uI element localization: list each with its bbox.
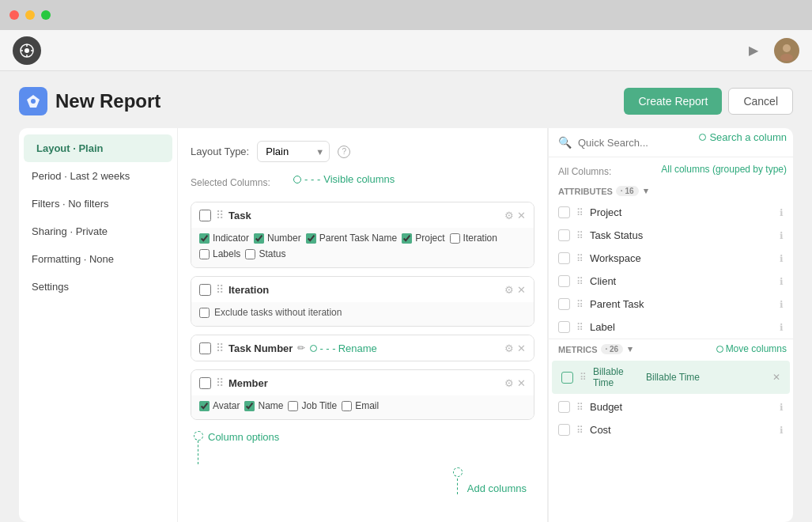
task-option-project[interactable]: Project	[402, 233, 444, 244]
member-option-avatar[interactable]: Avatar	[199, 400, 240, 411]
traffic-light-green[interactable]	[41, 10, 51, 20]
member-settings-icon[interactable]: ⚙	[504, 377, 514, 389]
workspace-info-icon[interactable]: ℹ	[780, 253, 784, 264]
billable-time-close-icon[interactable]: ✕	[772, 372, 780, 383]
member-drag-handle[interactable]: ⠿	[216, 376, 224, 389]
budget-info-icon[interactable]: ℹ	[780, 402, 784, 413]
task-number-card-header: ⠿ Task Number ✏ - - - Rename ⚙ ✕	[191, 335, 534, 361]
cost-info-icon[interactable]: ℹ	[780, 425, 784, 436]
traffic-light-red[interactable]	[9, 10, 19, 20]
right-panel-scroll[interactable]: ATTRIBUTES · 16 ▾ ⠿ Project ℹ ⠿ Task Sta…	[549, 181, 793, 522]
col-options-circle	[194, 431, 203, 441]
right-col-billable-time[interactable]: ⠿ Billable Time ✕	[552, 361, 790, 394]
label-info-icon[interactable]: ℹ	[780, 322, 784, 333]
task-status-drag-icon: ⠿	[576, 230, 584, 241]
billable-time-input[interactable]	[644, 370, 766, 384]
member-option-email[interactable]: Email	[342, 400, 379, 411]
right-col-parent-task[interactable]: ⠿ Parent Task ℹ	[549, 293, 793, 316]
workspace-checkbox[interactable]	[558, 252, 570, 264]
budget-checkbox[interactable]	[558, 401, 570, 413]
visible-cols-annotation: - - - Visible columns	[293, 173, 395, 185]
task-option-indicator[interactable]: Indicator	[199, 233, 249, 244]
play-button[interactable]: ▶	[742, 40, 765, 62]
task-number-drag-handle[interactable]: ⠿	[216, 342, 224, 354]
task-option-iteration[interactable]: Iteration	[450, 233, 497, 244]
right-col-project[interactable]: ⠿ Project ℹ	[549, 201, 793, 224]
task-number-rename-row: Task Number ✏ - - - Rename	[228, 342, 377, 354]
page-title-row: New Report	[19, 87, 161, 115]
task-settings-icon[interactable]: ⚙	[504, 210, 514, 221]
right-col-cost[interactable]: ⠿ Cost ℹ	[549, 418, 793, 441]
member-option-job-title[interactable]: Job Title	[288, 400, 337, 411]
right-col-label[interactable]: ⠿ Label ℹ	[549, 316, 793, 339]
member-option-name[interactable]: Name	[244, 400, 283, 411]
title-bar	[0, 0, 812, 30]
search-input[interactable]	[578, 137, 784, 149]
project-info-icon[interactable]: ℹ	[780, 207, 784, 218]
task-option-status[interactable]: Status	[245, 248, 285, 259]
all-cols-header: All Columns: All columns (grouped by typ…	[549, 157, 793, 181]
task-card-header: ⠿ Task ⚙ ✕	[191, 202, 534, 228]
layout-type-label: Layout Type:	[191, 146, 249, 157]
iteration-close-icon[interactable]: ✕	[517, 284, 526, 296]
create-report-button[interactable]: Create Report	[624, 88, 722, 115]
metrics-group-header[interactable]: METRICS · 26 ▾	[549, 339, 793, 359]
iteration-card-checkbox[interactable]	[199, 284, 211, 296]
label-drag-icon: ⠿	[576, 322, 584, 333]
sidebar-item-settings[interactable]: Settings	[19, 273, 177, 301]
traffic-light-yellow[interactable]	[25, 10, 35, 20]
right-col-budget[interactable]: ⠿ Budget ℹ	[549, 395, 793, 418]
task-option-number[interactable]: Number	[254, 233, 301, 244]
sidebar-item-sharing[interactable]: Sharing · Private	[19, 218, 177, 245]
project-checkbox[interactable]	[558, 206, 570, 218]
cost-checkbox[interactable]	[558, 424, 570, 436]
parent-task-info-icon[interactable]: ℹ	[780, 299, 784, 310]
task-card-checkbox[interactable]	[199, 210, 211, 221]
task-number-close-icon[interactable]: ✕	[517, 342, 526, 354]
task-option-parent-task-name[interactable]: Parent Task Name	[306, 233, 398, 244]
task-status-checkbox[interactable]	[558, 229, 570, 241]
task-status-info-icon[interactable]: ℹ	[780, 230, 784, 241]
layout-info-icon[interactable]: ?	[338, 146, 350, 158]
client-info-icon[interactable]: ℹ	[780, 276, 784, 287]
rename-icon[interactable]: ✏	[297, 342, 305, 354]
attributes-label: ATTRIBUTES	[558, 187, 613, 196]
task-drag-handle[interactable]: ⠿	[216, 209, 224, 221]
right-col-workspace[interactable]: ⠿ Workspace ℹ	[549, 247, 793, 270]
label-checkbox[interactable]	[558, 321, 570, 333]
client-checkbox[interactable]	[558, 275, 570, 287]
layout-type-select[interactable]: Plain Summary Detailed	[257, 141, 330, 162]
sidebar-item-period[interactable]: Period · Last 2 weeks	[19, 162, 177, 190]
sidebar-item-layout[interactable]: Layout · Plain	[24, 134, 172, 162]
right-col-client[interactable]: ⠿ Client ℹ	[549, 270, 793, 293]
task-option-labels[interactable]: Labels	[199, 248, 240, 259]
member-card: ⠿ Member ⚙ ✕ Avatar Name Job Tit	[191, 369, 534, 420]
add-cols-annotation: Add columns	[467, 482, 527, 494]
svg-point-6	[783, 44, 791, 52]
rename-annotation: - - - Rename	[310, 342, 376, 354]
task-close-icon[interactable]: ✕	[517, 210, 526, 221]
billable-time-checkbox[interactable]	[561, 372, 573, 384]
iteration-drag-handle[interactable]: ⠿	[216, 283, 224, 296]
parent-task-checkbox[interactable]	[558, 298, 570, 310]
sidebar-item-filters[interactable]: Filters · No filters	[19, 190, 177, 218]
sidebar-item-formatting[interactable]: Formatting · None	[19, 245, 177, 273]
member-close-icon[interactable]: ✕	[517, 377, 526, 389]
billable-time-drag-icon: ⠿	[580, 372, 587, 383]
right-col-task-status[interactable]: ⠿ Task Status ℹ	[549, 224, 793, 247]
member-card-checkbox[interactable]	[199, 377, 211, 389]
header-buttons: Create Report Cancel	[624, 88, 793, 115]
budget-drag-icon: ⠿	[576, 402, 584, 413]
project-name: Project	[590, 206, 773, 218]
exclude-iteration-option[interactable]: Exclude tasks without iteration	[199, 307, 342, 318]
svg-point-7	[780, 54, 793, 61]
task-number-card-checkbox[interactable]	[199, 342, 211, 354]
nav-bar: ▶	[0, 30, 812, 71]
iteration-settings-icon[interactable]: ⚙	[504, 284, 514, 296]
col-options-section: Column options	[194, 431, 279, 464]
cancel-button[interactable]: Cancel	[728, 88, 793, 115]
task-number-settings-icon[interactable]: ⚙	[504, 342, 514, 354]
attributes-group-header[interactable]: ATTRIBUTES · 16 ▾	[549, 181, 793, 201]
iteration-card-header: ⠿ Iteration ⚙ ✕	[191, 277, 534, 302]
user-avatar[interactable]	[774, 38, 799, 63]
